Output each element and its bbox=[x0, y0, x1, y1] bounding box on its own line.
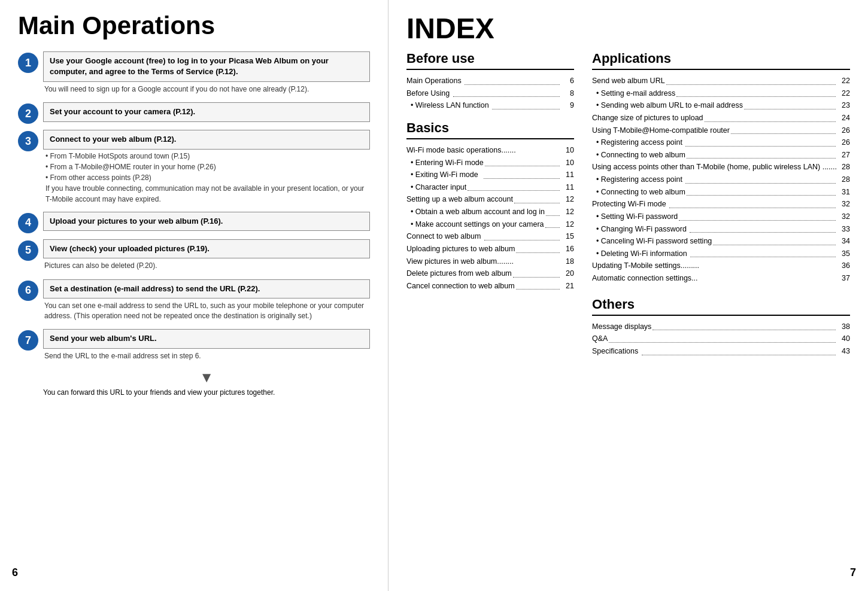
index-page: 28 bbox=[837, 161, 850, 173]
index-applications-others: Applications Send web album URL22 • Sett… bbox=[592, 51, 850, 358]
step-block: 6Set a destination (e-mail address) to s… bbox=[18, 279, 370, 324]
index-entry: • Exiting Wi-Fi mode 11 bbox=[406, 169, 574, 181]
dot-leader bbox=[690, 257, 836, 257]
dot-leader bbox=[484, 240, 560, 240]
index-entry: • Obtain a web album account and log in1… bbox=[406, 206, 574, 218]
index-entry: Message displays38 bbox=[592, 321, 850, 333]
index-label: • Make account settings on your camera bbox=[406, 218, 544, 231]
index-page: 18 bbox=[561, 255, 574, 268]
index-label: • Canceling Wi-Fi password setting bbox=[592, 235, 712, 248]
dot-leader bbox=[609, 342, 836, 343]
dot-leader bbox=[485, 166, 560, 166]
step-block: 4Upload your pictures to your web album … bbox=[18, 212, 370, 233]
index-page: 12 bbox=[561, 193, 574, 206]
index-entry: Automatic connection settings...37 bbox=[592, 272, 850, 285]
step-box: View (check) your uploaded pictures (P.1… bbox=[43, 239, 370, 258]
index-page: 26 bbox=[837, 124, 850, 137]
applications-list: Send web album URL22 • Setting e-mail ad… bbox=[592, 75, 850, 285]
right-panel: INDEX Before use Main Operations 6Before… bbox=[389, 0, 868, 591]
index-entry: Cancel connection to web album21 bbox=[406, 280, 574, 293]
step-desc: You can set one e-mail address to send t… bbox=[43, 298, 370, 324]
dot-leader bbox=[546, 215, 560, 216]
step-box: Use your Google account (free) to log in… bbox=[43, 51, 370, 81]
index-page: 35 bbox=[837, 248, 850, 260]
arrow-down: ▼ bbox=[18, 369, 370, 386]
section-applications: Applications bbox=[592, 51, 850, 70]
right-title: INDEX bbox=[406, 12, 850, 45]
index-page: 37 bbox=[837, 272, 850, 285]
before-use-list: Main Operations 6Before Using 8 • Wirele… bbox=[406, 75, 574, 112]
step-content: Set your account to your camera (P.12). bbox=[43, 102, 370, 121]
index-page: 6 bbox=[561, 75, 574, 87]
index-page: 28 bbox=[837, 173, 850, 186]
dot-leader bbox=[468, 190, 560, 191]
index-label: Connect to web album bbox=[406, 230, 483, 243]
dot-leader bbox=[731, 133, 836, 134]
dot-leader bbox=[713, 245, 836, 245]
step-content: View (check) your uploaded pictures (P.1… bbox=[43, 239, 370, 273]
index-entry: • Registering access point 28 bbox=[592, 173, 850, 186]
index-page: 12 bbox=[561, 218, 574, 231]
index-page: 12 bbox=[561, 206, 574, 218]
step-number: 5 bbox=[18, 240, 38, 261]
index-entry: Wi-Fi mode basic operations.......10 bbox=[406, 144, 574, 157]
index-label: • Entering Wi-Fi mode bbox=[406, 157, 484, 169]
step-bullets: • From T-Mobile HotSpots around town (P.… bbox=[43, 150, 370, 206]
index-label: • Setting Wi-Fi password bbox=[592, 211, 678, 223]
index-label: Wi-Fi mode basic operations....... bbox=[406, 144, 516, 157]
index-entry: • Wireless LAN function 9 bbox=[406, 99, 574, 112]
step-desc: Send the URL to the e-mail address set i… bbox=[43, 349, 370, 364]
index-label: Q&A bbox=[592, 333, 608, 345]
page-number-right: 7 bbox=[850, 566, 856, 579]
dot-leader bbox=[516, 252, 560, 253]
step-desc2: You can forward this URL to your friends… bbox=[18, 388, 370, 397]
index-entry: • Setting Wi-Fi password32 bbox=[592, 211, 850, 223]
dot-leader bbox=[744, 109, 836, 109]
index-label: • Wireless LAN function bbox=[406, 99, 491, 112]
index-label: Uploading pictures to web album bbox=[406, 243, 515, 255]
step-content: Send your web album's URL.Send the URL t… bbox=[43, 329, 370, 363]
index-page: 24 bbox=[837, 112, 850, 124]
left-title: Main Operations bbox=[18, 12, 370, 39]
step-block: 2Set your account to your camera (P.12). bbox=[18, 102, 370, 124]
others-list: Message displays38Q&A40Specifications 43 bbox=[592, 321, 850, 358]
index-label: View pictures in web album........ bbox=[406, 255, 514, 268]
index-label: Before Using bbox=[406, 87, 452, 100]
index-label: Setting up a web album account bbox=[406, 193, 513, 206]
index-entry: • Registering access point 26 bbox=[592, 136, 850, 149]
index-label: Delete pictures from web album bbox=[406, 267, 512, 280]
step-number: 2 bbox=[18, 103, 38, 124]
dot-leader bbox=[685, 146, 836, 147]
index-entry: Send web album URL22 bbox=[592, 75, 850, 87]
index-page: 11 bbox=[561, 169, 574, 181]
index-label: • Sending web album URL to e-mail addres… bbox=[592, 99, 743, 112]
index-label: Updating T-Mobile settings......... bbox=[592, 260, 699, 272]
index-page: 23 bbox=[837, 99, 850, 112]
index-label: • Setting e-mail address bbox=[592, 87, 675, 100]
left-panel: Main Operations 1Use your Google account… bbox=[0, 0, 389, 591]
index-label: Main Operations bbox=[406, 75, 463, 87]
step-desc: You will need to sign up for a Google ac… bbox=[43, 82, 370, 97]
index-entry: Updating T-Mobile settings.........36 bbox=[592, 260, 850, 272]
index-page: 21 bbox=[561, 280, 574, 293]
index-label: Using access points other than T-Mobile … bbox=[592, 161, 837, 173]
index-label: • Obtain a web album account and log in bbox=[406, 206, 545, 218]
index-entry: • Connecting to web album27 bbox=[592, 149, 850, 162]
dot-leader bbox=[685, 183, 836, 184]
index-page: 26 bbox=[837, 136, 850, 149]
dot-leader bbox=[492, 109, 560, 109]
index-label: • Registering access point bbox=[592, 173, 684, 186]
step-number: 3 bbox=[18, 131, 38, 151]
section-before-use: Before use bbox=[406, 51, 574, 70]
index-label: Specifications bbox=[592, 345, 641, 358]
index-label: • Registering access point bbox=[592, 136, 684, 149]
step-box: Connect to your web album (P.12). bbox=[43, 130, 370, 149]
index-entry: Specifications 43 bbox=[592, 345, 850, 358]
index-page: 16 bbox=[561, 243, 574, 255]
index-label: Protecting Wi-Fi mode bbox=[592, 198, 668, 211]
basics-list: Wi-Fi mode basic operations.......10 • E… bbox=[406, 144, 574, 293]
index-label: • Connecting to web album bbox=[592, 186, 685, 199]
index-entry: • Changing Wi-Fi password 33 bbox=[592, 223, 850, 236]
index-entry: • Canceling Wi-Fi password setting34 bbox=[592, 235, 850, 248]
step-box: Set a destination (e-mail address) to se… bbox=[43, 279, 370, 298]
